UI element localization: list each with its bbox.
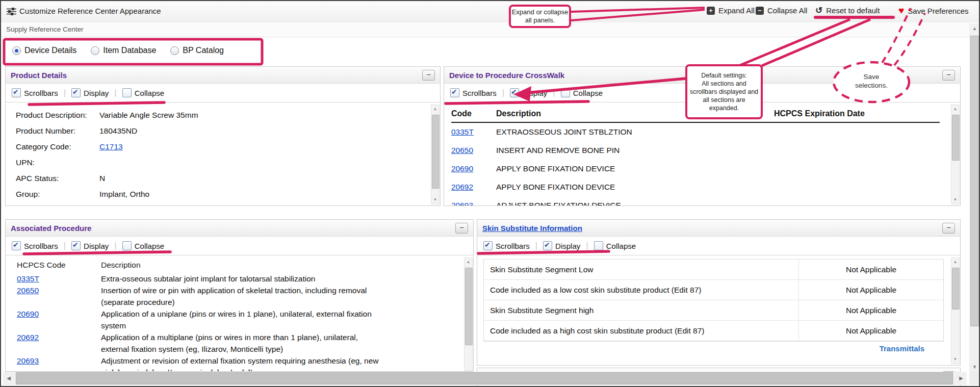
- table-row: Skin Substitute Segment high Not Applica…: [484, 300, 943, 321]
- skin-substitute-table: Skin Substitute Segment Low Not Applicab…: [483, 259, 944, 342]
- scrollbars-label: Scrollbars: [24, 89, 58, 97]
- scroll-right-icon[interactable]: ▶: [956, 372, 967, 385]
- scrollbars-label: Scrollbars: [24, 242, 58, 250]
- display-checkbox[interactable]: [71, 88, 81, 97]
- collapse-panel-button[interactable]: −: [422, 70, 435, 81]
- scrollbar-thumb[interactable]: [465, 268, 473, 345]
- display-checkbox[interactable]: [543, 241, 552, 250]
- scrollbars-checkbox[interactable]: [12, 88, 21, 97]
- collapse-panel-button[interactable]: −: [942, 70, 955, 81]
- panel-product-details: Product Details − Scrollbars | Display |…: [5, 66, 441, 206]
- table-row: 0335T EXTRAOSSEOUS JOINT STBLZTION: [451, 123, 940, 141]
- table-row: Skin Substitute Segment Low Not Applicab…: [484, 260, 943, 280]
- display-checkbox[interactable]: [71, 241, 81, 250]
- display-label: Display: [555, 242, 580, 250]
- radio-button-selected[interactable]: [12, 46, 21, 55]
- scrollbar-thumb[interactable]: [16, 372, 953, 384]
- column-expiration: HCPCS Expiration Date: [774, 109, 940, 118]
- scroll-down-icon[interactable]: ▼: [969, 364, 980, 370]
- radio-button[interactable]: [170, 46, 179, 55]
- collapse-checkbox[interactable]: [594, 241, 603, 250]
- table-row: 20650 INSERT AND REMOVE BONE PIN: [451, 141, 940, 160]
- collapse-panel-button[interactable]: −: [942, 223, 955, 234]
- scroll-left-icon[interactable]: ◀: [3, 372, 14, 385]
- scrollbar-thumb[interactable]: [432, 115, 440, 189]
- scroll-up-icon[interactable]: ▲: [465, 258, 472, 266]
- view-selector: Device Details Item Database BP Catalog: [12, 46, 224, 55]
- collapse-checkbox[interactable]: [122, 88, 132, 97]
- transmittals-link[interactable]: Transmittals: [880, 344, 924, 353]
- skin-substitute-options: Scrollbars | Display | Collapse: [477, 237, 960, 255]
- collapse-panel-button[interactable]: −: [455, 223, 468, 234]
- panel-scrollbar[interactable]: ▲ ▼: [431, 105, 440, 204]
- scrollbars-checkbox[interactable]: [450, 88, 459, 97]
- panel-scrollbar[interactable]: ▲ ▼: [951, 257, 960, 364]
- table-row: 20692 Application of a multiplane (pins …: [6, 331, 473, 355]
- code-link[interactable]: 20650: [17, 285, 101, 308]
- code-link[interactable]: 20690: [17, 308, 101, 331]
- table-row: 20692 APPLY BONE FIXATION DEVICE: [451, 178, 940, 196]
- panel-scrollbar[interactable]: ▲ ▼: [951, 105, 960, 204]
- code-link[interactable]: 0335T: [17, 273, 101, 285]
- radio-device-details[interactable]: Device Details: [12, 46, 76, 55]
- scrollbars-label: Scrollbars: [496, 242, 530, 250]
- scrollbar-thumb[interactable]: [952, 268, 960, 309]
- field-value: Integra: [99, 205, 124, 206]
- code-link[interactable]: 20693: [17, 355, 101, 371]
- scrollbar-thumb[interactable]: [952, 115, 960, 161]
- radio-button[interactable]: [91, 46, 99, 55]
- collapse-all-label: Collapse All: [767, 6, 807, 15]
- collapse-label: Collapse: [135, 89, 164, 97]
- scrollbars-checkbox[interactable]: [483, 241, 493, 250]
- scroll-up-icon[interactable]: ▲: [969, 25, 980, 31]
- scroll-down-icon[interactable]: ▼: [951, 355, 959, 364]
- field-value: 180435ND: [99, 126, 137, 136]
- scrollbar-thumb[interactable]: [970, 36, 979, 326]
- row-description: APPLY BONE FIXATION DEVICE: [496, 164, 774, 173]
- scroll-down-icon[interactable]: ▼: [431, 196, 439, 204]
- skin-substitute-title-link[interactable]: Skin Substitute Information: [482, 224, 582, 233]
- scrollbar-corner: [969, 372, 980, 385]
- radio-bp-catalog[interactable]: BP Catalog: [170, 46, 224, 55]
- scroll-up-icon[interactable]: ▲: [951, 105, 959, 113]
- collapse-all-button[interactable]: − Collapse All: [756, 6, 807, 15]
- horizontal-scrollbar[interactable]: ◀ ▶: [3, 372, 967, 385]
- product-details-header: Product Details −: [6, 67, 440, 84]
- code-link[interactable]: 20690: [451, 164, 496, 173]
- vertical-scrollbar[interactable]: ▲ ▼: [969, 23, 980, 372]
- row-label: Code included as a low cost skin substit…: [484, 280, 799, 300]
- code-link[interactable]: 20692: [451, 183, 496, 192]
- radio-item-database[interactable]: Item Database: [91, 46, 156, 55]
- crosswalk-options: Scrollbars | Display | Collapse: [444, 84, 960, 102]
- scroll-up-icon[interactable]: ▲: [951, 258, 959, 266]
- associated-table-header: HCPCS Code Description: [6, 261, 473, 273]
- code-link[interactable]: 20693: [451, 201, 496, 205]
- column-description: Description: [101, 261, 473, 273]
- collapse-checkbox[interactable]: [122, 241, 132, 250]
- scrollbars-checkbox[interactable]: [12, 241, 21, 250]
- reset-to-default-button[interactable]: ↺ Reset to default: [815, 6, 880, 15]
- separator: |: [64, 241, 66, 251]
- crosswalk-header: Device to Procedure CrossWalk −: [444, 67, 960, 84]
- collapse-checkbox[interactable]: [561, 88, 570, 97]
- code-link[interactable]: 0335T: [451, 127, 496, 137]
- display-checkbox[interactable]: [510, 88, 519, 97]
- save-preferences-button[interactable]: ♥ Save Preferences: [898, 6, 969, 15]
- code-link[interactable]: 20692: [17, 331, 101, 355]
- separator: |: [586, 241, 588, 251]
- column-code: Code: [451, 109, 496, 118]
- skin-substitute-body: Skin Substitute Segment Low Not Applicab…: [477, 256, 960, 365]
- scroll-up-icon[interactable]: ▲: [431, 105, 439, 113]
- code-link[interactable]: 20650: [451, 146, 496, 155]
- category-code-link[interactable]: C1713: [99, 142, 123, 151]
- expand-all-button[interactable]: + Expand All: [707, 6, 755, 15]
- subheader-title: Supply Reference Center: [6, 25, 84, 33]
- radio-device-details-label: Device Details: [24, 46, 76, 55]
- undo-icon: ↺: [815, 7, 822, 15]
- product-details-body: Product Description:Variable Angle Screw…: [6, 104, 440, 205]
- row-description: EXTRAOSSEOUS JOINT STBLZTION: [496, 127, 774, 137]
- expand-all-label: Expand All: [718, 6, 755, 15]
- crosswalk-title: Device to Procedure CrossWalk: [449, 71, 564, 80]
- panel-scrollbar[interactable]: ▲: [464, 257, 473, 371]
- scroll-down-icon[interactable]: ▼: [951, 196, 959, 204]
